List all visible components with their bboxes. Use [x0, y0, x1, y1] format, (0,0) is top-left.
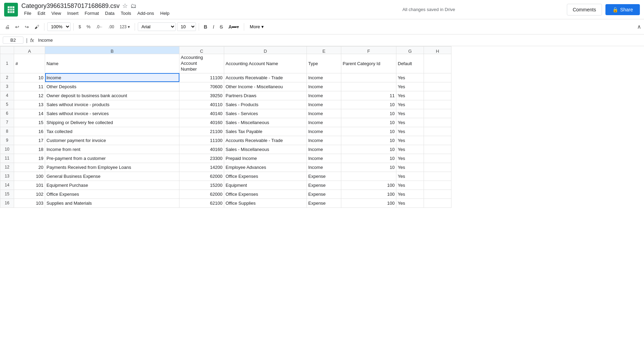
cell-b11[interactable]: Pre-payment from a customer [45, 154, 179, 163]
cell-b16[interactable]: Supplies and Materials [45, 199, 179, 207]
cell-g4[interactable]: Yes [396, 91, 424, 100]
cell-c9[interactable]: 11100 [179, 136, 224, 145]
redo-button[interactable]: ↪ [23, 23, 31, 31]
cell-b6[interactable]: Sales without invoice - services [45, 109, 179, 118]
cell-a11[interactable]: 19 [14, 154, 45, 163]
col-header-c[interactable]: C [179, 47, 224, 54]
menu-format[interactable]: Format [82, 10, 102, 17]
cell-d3[interactable]: Other Income - Miscellaneou [224, 82, 307, 91]
cell-b9[interactable]: Customer payment for invoice [45, 136, 179, 145]
currency-button[interactable]: $ [76, 23, 83, 30]
format-123-button[interactable]: 123 ▾ [118, 23, 132, 30]
cell-h4[interactable] [424, 91, 451, 100]
cell-f9[interactable]: 10 [341, 136, 396, 145]
col-header-a[interactable]: A [14, 47, 45, 54]
cell-b8[interactable]: Tax collected [45, 127, 179, 136]
collapse-toolbar-button[interactable]: ∧ [637, 23, 641, 30]
star-icon[interactable]: ☆ [122, 2, 128, 10]
cell-f8[interactable]: 10 [341, 127, 396, 136]
cell-a14[interactable]: 101 [14, 181, 45, 190]
cell-g11[interactable]: Yes [396, 154, 424, 163]
cell-e16[interactable]: Expense [307, 199, 341, 207]
cell-f12[interactable]: 10 [341, 163, 396, 172]
undo-button[interactable]: ↩ [13, 23, 21, 31]
menu-data[interactable]: Data [102, 10, 117, 17]
cell-g13[interactable]: Yes [396, 172, 424, 181]
cell-c1[interactable]: Accounting Account Number [179, 54, 224, 73]
more-button[interactable]: More ▾ [247, 23, 266, 30]
cell-h13[interactable] [424, 172, 451, 181]
cell-e8[interactable]: Income [307, 127, 341, 136]
cell-e15[interactable]: Expense [307, 190, 341, 199]
cell-h6[interactable] [424, 109, 451, 118]
cell-g15[interactable]: Yes [396, 190, 424, 199]
cell-g8[interactable]: Yes [396, 127, 424, 136]
cell-e1[interactable]: Type [307, 54, 341, 73]
cell-c4[interactable]: 39250 [179, 91, 224, 100]
cell-a4[interactable]: 12 [14, 91, 45, 100]
cell-e12[interactable]: Income [307, 163, 341, 172]
cell-c11[interactable]: 23300 [179, 154, 224, 163]
cell-c5[interactable]: 40110 [179, 100, 224, 109]
cell-h5[interactable] [424, 100, 451, 109]
cell-f10[interactable]: 10 [341, 145, 396, 154]
menu-edit[interactable]: Edit [35, 10, 48, 17]
cell-e6[interactable]: Income [307, 109, 341, 118]
cell-c16[interactable]: 62100 [179, 199, 224, 207]
strikethrough-button[interactable]: S [218, 23, 225, 31]
cell-a6[interactable]: 14 [14, 109, 45, 118]
font-select[interactable]: Arial Times New Roman Courier New [138, 22, 176, 31]
cell-b12[interactable]: Payments Received from Employee Loans [45, 163, 179, 172]
cell-h9[interactable] [424, 136, 451, 145]
cell-h11[interactable] [424, 154, 451, 163]
cell-f15[interactable]: 100 [341, 190, 396, 199]
font-color-button[interactable]: A ▾ [226, 23, 241, 31]
cell-c12[interactable]: 14200 [179, 163, 224, 172]
cell-d7[interactable]: Sales - Miscellaneous [224, 118, 307, 127]
cell-h3[interactable] [424, 82, 451, 91]
cell-c7[interactable]: 40160 [179, 118, 224, 127]
cell-e3[interactable]: Income [307, 82, 341, 91]
cell-c14[interactable]: 15200 [179, 181, 224, 190]
cell-g3[interactable]: Yes [396, 82, 424, 91]
cell-e2[interactable]: Income [307, 73, 341, 82]
cell-f1[interactable]: Parent Category Id [341, 54, 396, 73]
cell-a12[interactable]: 20 [14, 163, 45, 172]
cell-d1[interactable]: Accounting Account Name [224, 54, 307, 73]
cell-c15[interactable]: 62000 [179, 190, 224, 199]
cell-e13[interactable]: Expense [307, 172, 341, 181]
cell-g14[interactable]: Yes [396, 181, 424, 190]
cell-a5[interactable]: 13 [14, 100, 45, 109]
cell-f3[interactable] [341, 82, 396, 91]
cell-a16[interactable]: 103 [14, 199, 45, 207]
cell-b1[interactable]: Name [45, 54, 179, 73]
cell-e10[interactable]: Income [307, 145, 341, 154]
cell-h1[interactable] [424, 54, 451, 73]
cell-c8[interactable]: 21100 [179, 127, 224, 136]
cell-d13[interactable]: Office Expenses [224, 172, 307, 181]
cell-d8[interactable]: Sales Tax Payable [224, 127, 307, 136]
cell-d16[interactable]: Office Supplies [224, 199, 307, 207]
cell-g7[interactable]: Yes [396, 118, 424, 127]
italic-button[interactable]: I [211, 23, 216, 31]
cell-d14[interactable]: Equipment [224, 181, 307, 190]
cell-h15[interactable] [424, 190, 451, 199]
cell-f4[interactable]: 11 [341, 91, 396, 100]
cell-f6[interactable]: 10 [341, 109, 396, 118]
cell-b7[interactable]: Shipping or Delivery fee collected [45, 118, 179, 127]
formula-input[interactable] [38, 38, 641, 43]
menu-insert[interactable]: Insert [64, 10, 81, 17]
cell-e14[interactable]: Expense [307, 181, 341, 190]
sheet-table-wrapper[interactable]: A B C D E F G H 1 # Name Accounting Acco… [0, 46, 644, 346]
cell-a3[interactable]: 11 [14, 82, 45, 91]
cell-c3[interactable]: 70600 [179, 82, 224, 91]
cell-e11[interactable]: Income [307, 154, 341, 163]
print-button[interactable]: 🖨 [3, 23, 12, 31]
col-header-b[interactable]: B [45, 47, 179, 54]
cell-g12[interactable]: Yes [396, 163, 424, 172]
paint-format-button[interactable]: 🖌 [32, 23, 41, 31]
cell-g2[interactable]: Yes [396, 73, 424, 82]
zoom-select[interactable]: 100% 75% 50% 125% [47, 22, 71, 31]
folder-icon[interactable]: 🗂 [131, 2, 137, 10]
cell-f2[interactable] [341, 73, 396, 82]
